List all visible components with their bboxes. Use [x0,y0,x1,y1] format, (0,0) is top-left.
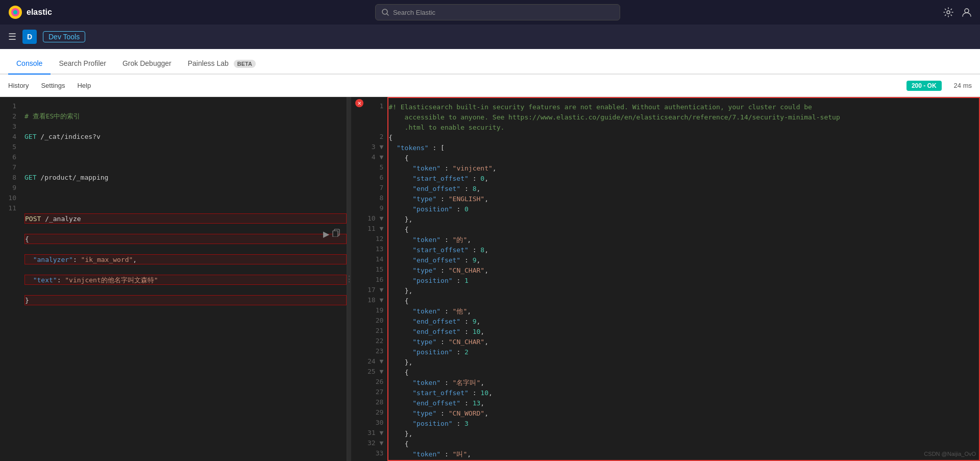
code-line-4: GET /product/_mapping [24,173,347,183]
svg-point-2 [13,10,17,14]
oln-21: 21 [368,326,383,336]
search-placeholder: Search Elastic [393,9,435,16]
oln-23: 23 [368,346,383,356]
svg-rect-8 [333,231,338,237]
close-output-button[interactable]: ✕ [355,99,363,107]
help-button[interactable]: Help [77,80,91,91]
copy-icon [332,229,340,237]
ln-7: 7 [6,162,16,173]
oln-2: 2 [368,132,383,142]
oln-7: 7 [368,183,383,193]
tab-console[interactable]: Console [8,53,51,75]
code-line-11 [24,316,347,326]
ln-11: 11 [6,203,16,213]
watermark: CSDN @Naijia_OvO [924,451,976,457]
code-line-3 [24,152,347,162]
svg-line-4 [387,14,388,15]
oln-32: 32 ▼ [368,438,383,448]
history-button[interactable]: History [8,80,29,91]
oln-29: 29 [368,407,383,418]
search-bar-container: Search Elastic [60,4,935,20]
dev-tools-label[interactable]: Dev Tools [43,31,85,42]
oln-19: 19 [368,305,383,316]
oln-10: 10 ▼ [368,213,383,224]
ln-5: 5 [6,142,16,152]
oln-blank2 [368,122,383,132]
svg-point-5 [947,11,950,14]
editor-line-numbers: 1 2 3 4 5 6 7 8 9 10 11 [0,97,20,461]
code-line-6: POST /_analyze [24,213,347,224]
pane-divider[interactable]: ⋮ [347,97,351,461]
code-line-9: "text": "vinjcent的他名字叫文森特" [24,275,347,285]
user-icon-button[interactable] [962,7,972,17]
oln-33: 33 [368,448,383,458]
ln-3: 3 [6,122,16,132]
ln-2: 2 [6,111,16,122]
oln-31: 31 ▼ [368,428,383,438]
app-badge: D [22,30,37,44]
code-line-5 [24,193,347,203]
top-navbar: elastic Search Elastic [0,0,980,25]
oln-24: 24 ▼ [368,356,383,367]
copy-button[interactable] [332,229,340,239]
tab-grok-debugger[interactable]: Grok Debugger [114,53,180,75]
search-bar[interactable]: Search Elastic [375,4,620,20]
tab-painless-lab[interactable]: Painless Lab BETA [180,53,264,75]
oln-13: 13 [368,244,383,254]
svg-point-6 [965,9,969,13]
oln-20: 20 [368,316,383,326]
oln-25: 25 ▼ [368,367,383,377]
ln-9: 9 [6,183,16,193]
oln-34: 34 [368,458,383,461]
ln-10: 10 [6,193,16,203]
main-area: 1 2 3 4 5 6 7 8 9 10 11 # 查看ES中的索引 GET /… [0,97,980,461]
oln-27: 27 [368,387,383,397]
status-badge: 200 - OK [906,81,942,91]
oln-17: 17 ▼ [368,285,383,295]
output-pane: ✕ 1 2 3 ▼ 4 ▼ 5 6 7 8 9 10 ▼ 11 ▼ 12 13 … [351,97,980,461]
beta-badge: BETA [234,60,256,68]
second-navbar: ☰ D Dev Tools [0,25,980,49]
run-button[interactable]: ▶ [323,229,329,239]
oln-1: 1 [368,101,383,111]
oln-18: 18 ▼ [368,295,383,305]
output-line-numbers: 1 2 3 ▼ 4 ▼ 5 6 7 8 9 10 ▼ 11 ▼ 12 13 14… [351,97,387,461]
oln-3: 3 ▼ [368,142,383,152]
ln-8: 8 [6,173,16,183]
oln-8: 8 [368,193,383,203]
code-line-2: GET /_cat/indices?v [24,132,347,142]
oln-28: 28 [368,397,383,407]
ln-1: 1 [6,101,16,111]
code-line-8: "analyzer": "ik_max_word", [24,254,347,264]
elastic-logo[interactable]: elastic [8,5,52,19]
settings-button[interactable]: Settings [41,80,65,91]
editor-actions: ▶ [323,229,340,239]
elastic-brand-name: elastic [27,8,52,17]
settings-icon-button[interactable] [943,7,953,17]
oln-22: 22 [368,336,383,346]
editor-pane: 1 2 3 4 5 6 7 8 9 10 11 # 查看ES中的索引 GET /… [0,97,347,461]
oln-16: 16 [368,275,383,285]
code-line-10: } [24,295,347,305]
nav-icons [943,7,972,17]
timing-display: 24 ms [954,82,972,89]
hamburger-menu-button[interactable]: ☰ [8,31,16,42]
oln-9: 9 [368,203,383,213]
code-line-1: # 查看ES中的索引 [24,111,347,122]
search-icon [382,9,389,16]
oln-blank1 [368,111,383,122]
oln-15: 15 [368,264,383,275]
code-line-7: { [24,234,347,244]
oln-12: 12 [368,234,383,244]
ln-4: 4 [6,132,16,142]
oln-5: 5 [368,162,383,173]
tab-search-profiler[interactable]: Search Profiler [51,53,114,75]
user-icon [962,7,972,17]
settings-icon [943,7,953,17]
output-code-area[interactable]: #! Elasticsearch built-in security featu… [387,97,980,461]
editor-code-area[interactable]: # 查看ES中的索引 GET /_cat/indices?v GET /prod… [20,97,347,461]
oln-11: 11 ▼ [368,224,383,234]
oln-14: 14 [368,254,383,264]
oln-26: 26 [368,377,383,387]
oln-4: 4 ▼ [368,152,383,162]
